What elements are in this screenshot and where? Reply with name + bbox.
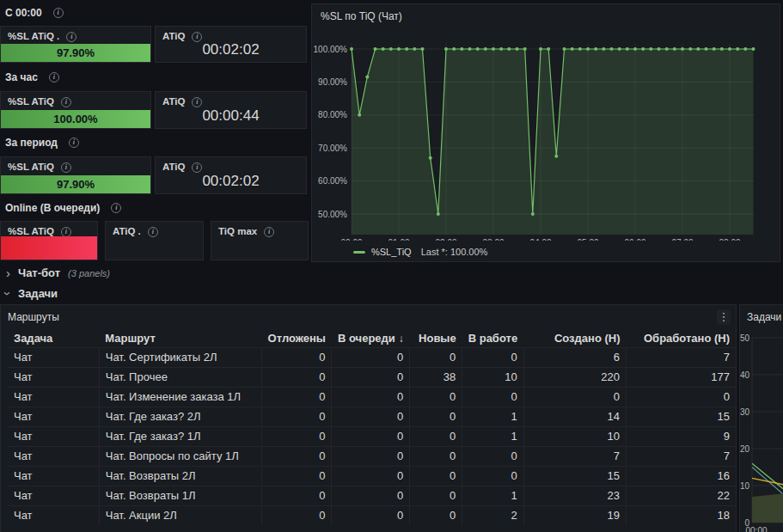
table-cell: 22: [626, 486, 736, 505]
legend-item[interactable]: %SL_TiQ Last *: 100.00%: [353, 247, 487, 257]
table-cell: 0: [262, 446, 332, 466]
table-cell: 15: [626, 407, 736, 426]
stat-panel-header: ATiQ i: [156, 92, 306, 108]
svg-text:60.00%: 60.00%: [318, 176, 347, 186]
table-row[interactable]: ЧатЧат. Вопросы по сайту 1Л000077: [8, 446, 736, 466]
column-header[interactable]: Маршрут: [99, 329, 261, 347]
table-cell: 0: [332, 446, 410, 466]
info-icon[interactable]: i: [66, 32, 76, 42]
routes-panel-title[interactable]: Маршруты: [8, 311, 59, 323]
svg-text:50: 50: [740, 333, 749, 343]
stat-panel-header: TiQ max i: [211, 222, 308, 238]
table-cell: 0: [462, 387, 523, 407]
table-cell: 0: [626, 387, 736, 407]
info-icon[interactable]: i: [192, 32, 202, 42]
section-header-online[interactable]: Online (В очереди) i: [5, 202, 121, 214]
bar-gauge-red: [1, 236, 97, 260]
table-cell: 18: [626, 505, 736, 525]
column-header[interactable]: Обработано (Н): [626, 329, 736, 347]
table-cell: 0: [410, 446, 462, 466]
table-cell: Чат. Вопросы по сайту 1Л: [99, 446, 261, 466]
info-icon[interactable]: i: [69, 138, 79, 148]
table-cell: 7: [523, 446, 626, 466]
stat-panel-sl-atiq-period: %SL ATiQ i 97.90%: [0, 156, 151, 194]
section-header-from-midnight[interactable]: С 00:00 i: [5, 7, 64, 19]
table-cell: 7: [626, 347, 736, 367]
info-icon[interactable]: i: [61, 227, 71, 237]
table-row[interactable]: ЧатЧат. Изменение заказа 1Л000000: [8, 387, 736, 407]
stat-panel-atiq-hour: ATiQ i 00:00:44: [155, 91, 307, 129]
stat-panel-title: %SL ATiQ .: [8, 30, 59, 43]
info-icon[interactable]: i: [49, 72, 59, 83]
column-header[interactable]: Отложены: [262, 329, 332, 347]
stat-panel-header: %SL ATiQ . i: [1, 27, 150, 43]
svg-text:03:00: 03:00: [482, 238, 504, 241]
section-header-period[interactable]: За период i: [5, 137, 79, 149]
column-header[interactable]: Новые: [410, 329, 462, 347]
stat-panel-sl-atiq-online: %SL ATiQ i: [0, 221, 98, 260]
dashboard-row-zadachi[interactable]: › Задачи: [0, 284, 783, 303]
row-title: Чат-бот: [18, 266, 60, 279]
svg-text:07:00: 07:00: [671, 238, 693, 241]
table-cell: 0: [262, 367, 332, 387]
table-row[interactable]: ЧатЧат. Акции 2Л00021918: [8, 505, 736, 525]
info-icon[interactable]: i: [264, 227, 274, 237]
stat-panel-title: %SL ATiQ: [8, 95, 54, 108]
svg-text:06:00: 06:00: [624, 238, 645, 241]
stat-panel-header: %SL ATiQ i: [1, 92, 150, 108]
svg-text:04:00: 04:00: [529, 238, 551, 241]
table-row[interactable]: ЧатЧат. Где заказ? 1Л0001109: [8, 426, 736, 446]
table-cell: 0: [262, 466, 332, 486]
table-cell: 0: [410, 466, 462, 486]
info-icon[interactable]: i: [192, 162, 202, 173]
info-icon[interactable]: i: [61, 97, 71, 107]
stat-panel-sl-atiq-hour: %SL ATiQ i 100.00%: [0, 91, 151, 129]
routes-panel: Маршруты ⋮ ЗадачаМаршрутОтложеныВ очеред…: [0, 304, 737, 532]
stat-panel-title: ATiQ .: [113, 225, 141, 238]
table-cell: 0: [523, 387, 626, 407]
legend-last-value: Last *: 100.00%: [421, 247, 488, 257]
dashboard-row-chat-bot[interactable]: › Чат-бот (3 panels): [0, 262, 783, 284]
table-cell: Чат. Возвраты 2Л: [99, 466, 261, 486]
table-cell: 1: [462, 426, 523, 446]
panel-menu-icon[interactable]: ⋮: [717, 309, 731, 325]
table-cell: 23: [523, 486, 626, 505]
table-cell: 15: [523, 466, 626, 486]
info-icon[interactable]: i: [61, 162, 71, 173]
stat-panel-header: ATiQ . i: [106, 222, 203, 238]
column-header[interactable]: В очереди↓: [332, 329, 410, 347]
table-cell: 0: [462, 347, 523, 367]
table-cell: Чат: [8, 466, 99, 486]
stat-panel-sl-atiq-midnight: %SL ATiQ . i 97.90%: [0, 26, 151, 63]
table-row[interactable]: ЧатЧат. Возвраты 2Л00001516: [8, 466, 736, 486]
info-icon[interactable]: i: [53, 8, 64, 18]
table-row[interactable]: ЧатЧат. Где заказ? 2Л00011415: [8, 407, 736, 426]
table-cell: Чат. Возвраты 1Л: [99, 486, 261, 505]
table-cell: Чат: [8, 446, 99, 466]
table-row[interactable]: ЧатЧат. Сертификаты 2Л000067: [8, 347, 736, 367]
table-cell: 0: [410, 486, 462, 505]
svg-text:08:00: 08:00: [719, 238, 740, 241]
table-cell: 1: [462, 407, 523, 426]
column-header[interactable]: Создано (Н): [523, 329, 626, 347]
info-icon[interactable]: i: [192, 97, 202, 107]
info-icon[interactable]: i: [148, 227, 158, 237]
svg-text:00:00: 00:00: [745, 526, 767, 532]
info-icon[interactable]: i: [111, 203, 121, 213]
table-cell: 0: [332, 505, 410, 525]
table-cell: 0: [262, 407, 332, 426]
bar-gauge-value: 97.90%: [57, 46, 95, 59]
tasks-panel-title[interactable]: Задачи (Ча: [747, 311, 783, 323]
stat-panel-title: %SL ATiQ: [8, 161, 54, 174]
table-row[interactable]: ЧатЧат. Прочее003810220177: [8, 367, 736, 387]
column-header[interactable]: В работе: [462, 329, 523, 347]
table-cell: Чат: [8, 426, 99, 446]
timeseries-chart: 100.00%90.00%80.00%70.00%60.00%50.00%00:…: [312, 4, 780, 241]
table-cell: 0: [462, 466, 523, 486]
section-header-hour[interactable]: За час i: [5, 71, 59, 83]
bar-gauge-green: 97.90%: [1, 175, 150, 193]
table-row[interactable]: ЧатЧат. Возвраты 1Л00012322: [8, 486, 736, 505]
table-cell: 2: [462, 505, 523, 525]
svg-text:90.00%: 90.00%: [318, 77, 347, 87]
column-header[interactable]: Задача: [8, 329, 99, 347]
